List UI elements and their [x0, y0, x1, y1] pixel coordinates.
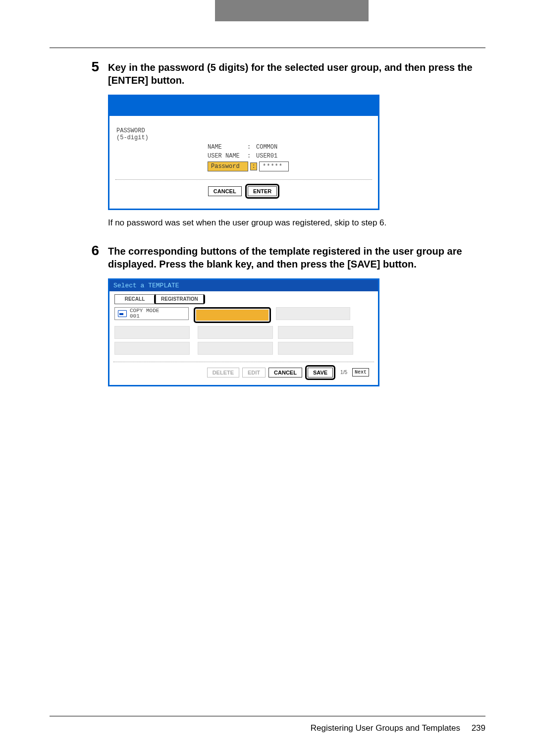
- step-5: 5 Key in the password (5 digits) for the…: [50, 60, 485, 87]
- template-row: [114, 326, 373, 339]
- template-grid: COPY MODE 001: [109, 304, 378, 359]
- screen-title: Select a TEMPLATE: [109, 280, 378, 291]
- step-6: 6 The corresponding buttons of the templ…: [50, 244, 485, 270]
- tab-registration[interactable]: REGISTRATION: [156, 294, 204, 304]
- template-slot-5[interactable]: [198, 326, 273, 339]
- tab-recall[interactable]: RECALL: [114, 294, 155, 304]
- page-content: 5 Key in the password (5 digits) for the…: [50, 48, 485, 393]
- password-heading-line2: (5-digit): [116, 134, 149, 141]
- template-slot-4[interactable]: [114, 326, 190, 339]
- screen-body: Select a TEMPLATE RECALL REGISTRATION CO…: [109, 280, 378, 385]
- password-label: Password: [208, 162, 248, 171]
- page-indicator: 1/5: [340, 370, 347, 375]
- username-row: USER NAME : USER01: [208, 153, 372, 160]
- name-row: NAME : COMMON: [208, 144, 372, 151]
- username-label: USER NAME: [208, 153, 247, 160]
- template-slot-1-line2: 001: [130, 313, 140, 319]
- enter-highlight: ENTER: [245, 184, 279, 199]
- template-slot-6[interactable]: [278, 326, 353, 339]
- password-field[interactable]: *****: [259, 162, 289, 171]
- colon: :: [247, 144, 256, 151]
- page-number: 239: [472, 723, 485, 733]
- password-row: Password : *****: [208, 162, 372, 171]
- divider: [115, 179, 372, 180]
- delete-button[interactable]: DELETE: [207, 368, 239, 378]
- cancel-button[interactable]: CANCEL: [208, 186, 242, 196]
- save-button[interactable]: SAVE: [308, 368, 333, 378]
- template-slot-7[interactable]: [114, 342, 190, 355]
- step5-note: If no password was set when the user gro…: [108, 217, 485, 229]
- username-value: USER01: [256, 153, 277, 160]
- template-slot-1[interactable]: COPY MODE 001: [114, 307, 189, 320]
- screen-titlebar: [109, 96, 378, 116]
- name-label: NAME: [208, 144, 247, 151]
- name-value: COMMON: [256, 144, 277, 151]
- template-slot-1-label: COPY MODE 001: [130, 308, 159, 319]
- next-button[interactable]: Next: [352, 368, 369, 377]
- edit-button[interactable]: EDIT: [242, 368, 266, 378]
- cancel-button[interactable]: CANCEL: [268, 368, 302, 378]
- tabs: RECALL REGISTRATION: [109, 294, 378, 304]
- blank-slot-highlight: [194, 307, 271, 323]
- action-row: CANCEL ENTER: [115, 184, 372, 204]
- step-instruction: Key in the password (5 digits) for the s…: [108, 60, 485, 87]
- template-slot-9[interactable]: [278, 342, 353, 355]
- screen-body: PASSWORD (5-digit) NAME : COMMON USER NA…: [109, 116, 378, 209]
- save-highlight: SAVE: [305, 365, 335, 380]
- header-tab-bar: [215, 0, 369, 21]
- step-number: 5: [50, 60, 108, 74]
- password-screen: PASSWORD (5-digit) NAME : COMMON USER NA…: [108, 95, 379, 210]
- colon: :: [250, 162, 257, 170]
- template-slot-3[interactable]: [276, 307, 350, 320]
- colon: :: [247, 153, 256, 160]
- step-number: 6: [50, 244, 108, 258]
- document-icon: [118, 310, 127, 317]
- enter-button[interactable]: ENTER: [248, 186, 277, 196]
- info-rows: NAME : COMMON USER NAME : USER01 Passwor…: [208, 144, 372, 171]
- password-heading-line1: PASSWORD: [116, 127, 145, 134]
- template-slot-2-blank[interactable]: [196, 309, 269, 321]
- template-screen: Select a TEMPLATE RECALL REGISTRATION CO…: [108, 278, 379, 386]
- template-row: [114, 342, 373, 355]
- password-heading: PASSWORD (5-digit): [116, 128, 149, 142]
- footer-title: Registering User Groups and Templates: [311, 723, 460, 733]
- step-instruction: The corresponding buttons of the templat…: [108, 244, 485, 270]
- template-row: COPY MODE 001: [114, 307, 373, 323]
- template-slot-8[interactable]: [198, 342, 273, 355]
- page-footer: Registering User Groups and Templates 23…: [50, 716, 485, 733]
- tab-registration-highlight: REGISTRATION: [154, 294, 205, 304]
- action-row: DELETE EDIT CANCEL SAVE 1/5 Next: [113, 362, 374, 385]
